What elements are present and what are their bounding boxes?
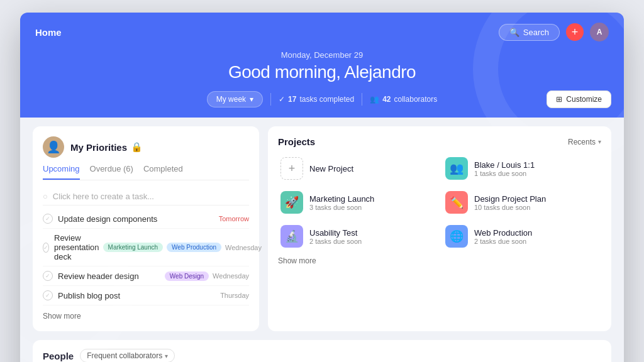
show-more-projects[interactable]: Show more [278,250,316,265]
task-date: Thursday [220,292,249,299]
task-checkbox[interactable]: ✓ [43,243,49,253]
project-info: Web Production 2 tasks due soon [474,228,599,245]
tab-completed[interactable]: Completed [143,164,183,180]
projects-title: Projects [278,136,315,147]
people-section: People Frequent collaborators ▾ ZW Zoe W… [33,340,611,362]
week-filter-pill[interactable]: My week ▾ [207,91,263,107]
task-right: Marketing Launch Web Production Wednesda… [103,243,262,252]
app-window: Home 🔍 Search + A Monday, December 29 Go… [20,13,624,362]
new-project-icon: + [280,157,303,180]
priorities-tabs: Upcoming Overdue (6) Completed [43,164,249,180]
frequent-collaborators-filter[interactable]: Frequent collaborators ▾ [80,349,175,362]
project-icon-usability: 🔬 [280,225,303,248]
task-date: Wednesday [225,244,262,251]
task-checkbox[interactable]: ✓ [43,214,53,224]
tasks-label: tasks completed [299,95,354,104]
greeting-text: Good morning, Alejandro [20,62,624,82]
task-list: ✓ Update design components Tomorrow ✓ [43,209,249,305]
tab-overdue[interactable]: Overdue (6) [90,164,133,180]
projects-grid: + New Project 👥 Blake / Louis 1:1 1 task… [278,155,601,250]
search-icon: 🔍 [509,28,519,37]
tasks-count: 17 [288,95,296,104]
task-left: ✓ Review header design [43,271,165,281]
top-bar-right: 🔍 Search + A [499,23,609,41]
tab-upcoming[interactable]: Upcoming [43,164,80,180]
people-title: People [43,351,74,361]
stats-divider [270,93,271,106]
search-label: Search [523,28,549,37]
project-tasks: 2 tasks due soon [309,238,434,245]
list-item[interactable]: + New Project [278,155,436,182]
list-item[interactable]: ✏️ Design Project Plan 10 tasks due soon [443,189,601,216]
task-right: Web Design Wednesday [165,272,249,281]
project-name: Marketing Launch [309,194,434,204]
task-right: Thursday [220,292,249,299]
project-tasks: 10 tasks due soon [474,204,599,211]
stats-divider-2 [362,93,362,106]
priorities-card-header: 👤 My Priorities 🔒 [43,136,249,158]
priorities-title: My Priorities 🔒 [70,141,143,153]
create-task-placeholder: Click here to create a task... [53,192,154,201]
create-task-check-icon: ○ [43,192,48,201]
tag-web-production: Web Production [167,243,221,252]
freq-label: Frequent collaborators [87,351,162,360]
collaborators-label: collaborators [394,95,438,104]
week-filter-label: My week [216,95,246,104]
search-button[interactable]: 🔍 Search [499,24,560,41]
week-filter-chevron: ▾ [250,95,253,104]
add-button[interactable]: + [566,23,584,41]
task-left: ✓ Publish blog post [43,290,220,300]
main-area: Home 🔍 Search + A Monday, December 29 Go… [20,13,624,362]
project-tasks: 2 tasks due soon [474,238,599,245]
project-info: Design Project Plan 10 tasks due soon [474,194,599,211]
priorities-title-text: My Priorities [70,142,127,153]
list-item[interactable]: 🚀 Marketing Launch 3 tasks due soon [278,189,436,216]
project-icon-design: ✏️ [445,191,468,214]
priorities-avatar: 👤 [43,136,64,158]
date-text: Monday, December 29 [20,50,624,60]
recents-filter-button[interactable]: Recents ▾ [568,138,601,146]
content-area: 👤 My Priorities 🔒 Upcoming Overdue (6) C… [20,118,624,362]
show-more-tasks[interactable]: Show more [43,305,81,321]
create-task-input[interactable]: ○ Click here to create a task... [43,188,249,206]
recents-chevron: ▾ [598,138,601,145]
projects-header: Projects Recents ▾ [278,136,601,147]
project-tasks: 3 tasks due soon [309,204,434,211]
project-info: Blake / Louis 1:1 1 tasks due soon [474,160,599,177]
list-item[interactable]: 🔬 Usability Test 2 tasks due soon [278,222,436,250]
task-left: ✓ Review presentation deck [43,233,103,261]
task-name: Update design components [58,214,157,224]
task-left: ✓ Update design components [43,214,219,224]
user-avatar-button[interactable]: A [590,23,609,41]
customize-button[interactable]: ⊞ Customize [547,90,611,108]
top-bar: Home 🔍 Search + A [20,13,624,48]
list-item[interactable]: 🌐 Web Production 2 tasks due soon [443,222,601,250]
task-name: Publish blog post [58,291,120,300]
tag-marketing-launch: Marketing Launch [103,243,164,252]
list-item[interactable]: 👥 Blake / Louis 1:1 1 tasks due soon [443,155,601,182]
task-date: Wednesday [213,272,249,280]
project-info: New Project [309,164,434,173]
project-icon-marketing: 🚀 [280,191,303,214]
project-icon-web: 🌐 [445,225,468,248]
collaborators-icon: 👥 [370,95,379,104]
stats-bar: My week ▾ ✓ 17 tasks completed 👥 42 coll… [20,91,624,107]
header-center: Monday, December 29 Good morning, Alejan… [20,48,624,91]
table-row: ✓ Publish blog post Thursday [43,286,249,305]
task-checkbox[interactable]: ✓ [43,290,53,300]
task-name: Review header design [58,272,139,281]
recents-label: Recents [568,138,596,146]
task-date: Tomorrow [219,215,249,222]
lock-icon: 🔒 [131,141,143,153]
project-name: Usability Test [309,228,434,238]
task-name: Review presentation deck [54,233,103,261]
project-name: Web Production [474,228,599,238]
freq-chevron: ▾ [165,353,168,359]
cards-row: 👤 My Priorities 🔒 Upcoming Overdue (6) C… [33,126,611,331]
table-row: ✓ Review presentation deck Marketing Lau… [43,229,249,266]
table-row: ✓ Update design components Tomorrow [43,209,249,229]
project-name: Design Project Plan [474,194,599,204]
tasks-completed-stat: ✓ 17 tasks completed [279,95,354,104]
collaborators-stat: 👥 42 collaborators [370,95,437,104]
task-checkbox[interactable]: ✓ [43,271,53,281]
